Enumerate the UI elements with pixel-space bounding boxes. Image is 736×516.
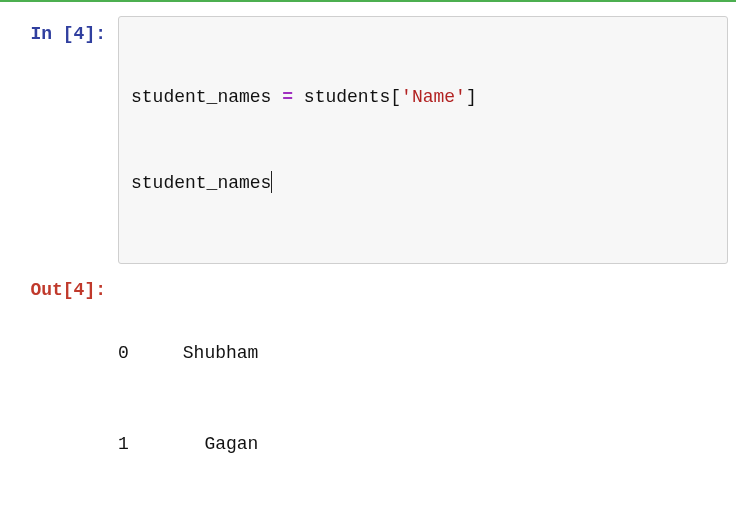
- output-prompt: Out[4]:: [8, 272, 118, 300]
- series-index: 0: [118, 338, 140, 369]
- code-token-space: [271, 87, 282, 107]
- cell-selected-border: [0, 0, 736, 2]
- series-value: Shubham: [140, 338, 259, 369]
- series-row: 0Shubham: [118, 338, 728, 369]
- output-text: 0Shubham 1Gagan 2Oshima 3Vyom 4Ankur 5Vi…: [118, 272, 728, 516]
- code-token-string: 'Name': [401, 87, 466, 107]
- series-index: 1: [118, 429, 140, 460]
- code-line-2[interactable]: student_names: [131, 169, 715, 198]
- code-editor[interactable]: student_names = students['Name'] student…: [118, 16, 728, 264]
- input-cell: In [4]: student_names = students['Name']…: [0, 16, 736, 264]
- input-prompt: In [4]:: [8, 16, 118, 44]
- code-token-var: student_names: [131, 173, 271, 193]
- code-token-var: student_names: [131, 87, 271, 107]
- code-token-bracket: ]: [466, 87, 477, 107]
- code-line-1[interactable]: student_names = students['Name']: [131, 83, 715, 112]
- series-row: 1Gagan: [118, 429, 728, 460]
- text-cursor: [271, 171, 272, 193]
- output-cell: Out[4]: 0Shubham 1Gagan 2Oshima 3Vyom 4A…: [0, 272, 736, 516]
- series-value: Gagan: [140, 429, 259, 460]
- code-token-expr: students[: [293, 87, 401, 107]
- code-token-operator: =: [282, 87, 293, 107]
